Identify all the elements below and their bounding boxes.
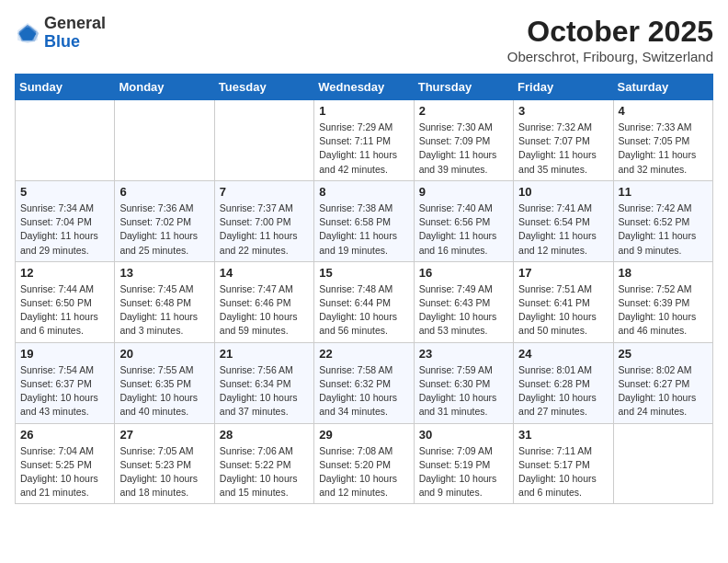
- day-cell: 3Sunrise: 7:32 AM Sunset: 7:07 PM Daylig…: [514, 100, 613, 181]
- day-detail: Sunrise: 7:48 AM Sunset: 6:44 PM Dayligh…: [319, 282, 408, 339]
- day-number: 19: [20, 347, 109, 361]
- week-row-4: 19Sunrise: 7:54 AM Sunset: 6:37 PM Dayli…: [16, 342, 713, 423]
- day-number: 31: [518, 428, 608, 442]
- day-number: 10: [518, 185, 608, 199]
- location: Oberschrot, Fribourg, Switzerland: [507, 49, 713, 64]
- day-cell: 25Sunrise: 8:02 AM Sunset: 6:27 PM Dayli…: [613, 342, 712, 423]
- title-block: October 2025 Oberschrot, Fribourg, Switz…: [507, 15, 713, 64]
- day-number: 29: [319, 428, 408, 442]
- day-number: 16: [419, 266, 508, 280]
- logo: General Blue: [15, 15, 106, 52]
- weekday-header-monday: Monday: [115, 75, 214, 100]
- day-detail: Sunrise: 8:02 AM Sunset: 6:27 PM Dayligh…: [619, 363, 708, 419]
- day-cell: 16Sunrise: 7:49 AM Sunset: 6:43 PM Dayli…: [414, 261, 513, 342]
- day-cell: 27Sunrise: 7:05 AM Sunset: 5:23 PM Dayli…: [115, 423, 214, 504]
- week-row-3: 12Sunrise: 7:44 AM Sunset: 6:50 PM Dayli…: [16, 261, 713, 342]
- calendar-table: SundayMondayTuesdayWednesdayThursdayFrid…: [15, 74, 713, 504]
- day-detail: Sunrise: 7:34 AM Sunset: 7:04 PM Dayligh…: [20, 201, 109, 258]
- day-cell: 13Sunrise: 7:45 AM Sunset: 6:48 PM Dayli…: [115, 261, 214, 342]
- day-cell: 1Sunrise: 7:29 AM Sunset: 7:11 PM Daylig…: [314, 100, 414, 181]
- day-cell: 21Sunrise: 7:56 AM Sunset: 6:34 PM Dayli…: [214, 342, 313, 423]
- day-number: 13: [119, 266, 209, 280]
- day-number: 26: [20, 428, 109, 442]
- day-number: 3: [518, 104, 608, 118]
- day-number: 14: [220, 266, 309, 280]
- day-detail: Sunrise: 7:55 AM Sunset: 6:35 PM Dayligh…: [119, 363, 209, 419]
- day-detail: Sunrise: 7:09 AM Sunset: 5:19 PM Dayligh…: [419, 444, 508, 500]
- day-number: 11: [619, 185, 708, 199]
- day-number: 12: [20, 266, 109, 280]
- day-detail: Sunrise: 7:33 AM Sunset: 7:05 PM Dayligh…: [619, 121, 708, 177]
- logo-icon: [15, 20, 40, 46]
- weekday-header-wednesday: Wednesday: [314, 75, 414, 100]
- day-cell: [16, 100, 115, 181]
- day-detail: Sunrise: 7:08 AM Sunset: 5:20 PM Dayligh…: [319, 444, 408, 500]
- day-detail: Sunrise: 8:01 AM Sunset: 6:28 PM Dayligh…: [518, 363, 608, 419]
- day-cell: 9Sunrise: 7:40 AM Sunset: 6:56 PM Daylig…: [414, 180, 513, 261]
- day-number: 4: [619, 104, 708, 118]
- day-number: 30: [419, 428, 508, 442]
- weekday-header-saturday: Saturday: [613, 75, 712, 100]
- day-detail: Sunrise: 7:58 AM Sunset: 6:32 PM Dayligh…: [319, 363, 408, 419]
- day-number: 23: [419, 347, 508, 361]
- day-cell: [613, 423, 712, 504]
- weekday-header-thursday: Thursday: [414, 75, 513, 100]
- logo-general: General: [44, 14, 106, 32]
- day-detail: Sunrise: 7:41 AM Sunset: 6:54 PM Dayligh…: [518, 201, 608, 258]
- day-number: 5: [20, 185, 109, 199]
- day-cell: 23Sunrise: 7:59 AM Sunset: 6:30 PM Dayli…: [414, 342, 513, 423]
- day-number: 24: [518, 347, 608, 361]
- day-number: 25: [619, 347, 708, 361]
- day-cell: 2Sunrise: 7:30 AM Sunset: 7:09 PM Daylig…: [414, 100, 513, 181]
- day-detail: Sunrise: 7:38 AM Sunset: 6:58 PM Dayligh…: [319, 201, 408, 258]
- day-number: 28: [220, 428, 309, 442]
- day-detail: Sunrise: 7:36 AM Sunset: 7:02 PM Dayligh…: [119, 201, 209, 258]
- day-detail: Sunrise: 7:30 AM Sunset: 7:09 PM Dayligh…: [419, 121, 508, 177]
- weekday-header-row: SundayMondayTuesdayWednesdayThursdayFrid…: [16, 75, 713, 100]
- day-cell: 22Sunrise: 7:58 AM Sunset: 6:32 PM Dayli…: [314, 342, 414, 423]
- day-cell: 12Sunrise: 7:44 AM Sunset: 6:50 PM Dayli…: [16, 261, 115, 342]
- week-row-5: 26Sunrise: 7:04 AM Sunset: 5:25 PM Dayli…: [16, 423, 713, 504]
- weekday-header-tuesday: Tuesday: [214, 75, 313, 100]
- day-detail: Sunrise: 7:42 AM Sunset: 6:52 PM Dayligh…: [619, 201, 708, 258]
- logo-text: General Blue: [44, 15, 106, 52]
- page-header: General Blue October 2025 Oberschrot, Fr…: [15, 15, 713, 64]
- day-cell: 5Sunrise: 7:34 AM Sunset: 7:04 PM Daylig…: [16, 180, 115, 261]
- weekday-header-sunday: Sunday: [16, 75, 115, 100]
- day-detail: Sunrise: 7:06 AM Sunset: 5:22 PM Dayligh…: [220, 444, 309, 500]
- day-detail: Sunrise: 7:56 AM Sunset: 6:34 PM Dayligh…: [220, 363, 309, 419]
- day-cell: 29Sunrise: 7:08 AM Sunset: 5:20 PM Dayli…: [314, 423, 414, 504]
- day-cell: 19Sunrise: 7:54 AM Sunset: 6:37 PM Dayli…: [16, 342, 115, 423]
- day-number: 7: [220, 185, 309, 199]
- logo-blue: Blue: [44, 32, 80, 51]
- day-cell: 18Sunrise: 7:52 AM Sunset: 6:39 PM Dayli…: [613, 261, 712, 342]
- day-cell: [214, 100, 313, 181]
- day-cell: 20Sunrise: 7:55 AM Sunset: 6:35 PM Dayli…: [115, 342, 214, 423]
- day-number: 15: [319, 266, 408, 280]
- day-detail: Sunrise: 7:37 AM Sunset: 7:00 PM Dayligh…: [220, 201, 309, 258]
- day-detail: Sunrise: 7:44 AM Sunset: 6:50 PM Dayligh…: [20, 282, 109, 339]
- week-row-1: 1Sunrise: 7:29 AM Sunset: 7:11 PM Daylig…: [16, 100, 713, 181]
- day-detail: Sunrise: 7:54 AM Sunset: 6:37 PM Dayligh…: [20, 363, 109, 419]
- day-cell: 11Sunrise: 7:42 AM Sunset: 6:52 PM Dayli…: [613, 180, 712, 261]
- day-detail: Sunrise: 7:40 AM Sunset: 6:56 PM Dayligh…: [419, 201, 508, 258]
- day-detail: Sunrise: 7:52 AM Sunset: 6:39 PM Dayligh…: [619, 282, 708, 339]
- day-cell: [115, 100, 214, 181]
- day-cell: 10Sunrise: 7:41 AM Sunset: 6:54 PM Dayli…: [514, 180, 613, 261]
- day-detail: Sunrise: 7:47 AM Sunset: 6:46 PM Dayligh…: [220, 282, 309, 339]
- day-detail: Sunrise: 7:05 AM Sunset: 5:23 PM Dayligh…: [119, 444, 209, 500]
- day-number: 22: [319, 347, 408, 361]
- day-detail: Sunrise: 7:51 AM Sunset: 6:41 PM Dayligh…: [518, 282, 608, 339]
- day-detail: Sunrise: 7:32 AM Sunset: 7:07 PM Dayligh…: [518, 121, 608, 177]
- day-cell: 26Sunrise: 7:04 AM Sunset: 5:25 PM Dayli…: [16, 423, 115, 504]
- day-number: 1: [319, 104, 408, 118]
- day-number: 20: [119, 347, 209, 361]
- day-detail: Sunrise: 7:49 AM Sunset: 6:43 PM Dayligh…: [419, 282, 508, 339]
- day-number: 18: [619, 266, 708, 280]
- day-cell: 8Sunrise: 7:38 AM Sunset: 6:58 PM Daylig…: [314, 180, 414, 261]
- day-number: 17: [518, 266, 608, 280]
- day-number: 21: [220, 347, 309, 361]
- week-row-2: 5Sunrise: 7:34 AM Sunset: 7:04 PM Daylig…: [16, 180, 713, 261]
- day-cell: 6Sunrise: 7:36 AM Sunset: 7:02 PM Daylig…: [115, 180, 214, 261]
- day-detail: Sunrise: 7:45 AM Sunset: 6:48 PM Dayligh…: [119, 282, 209, 339]
